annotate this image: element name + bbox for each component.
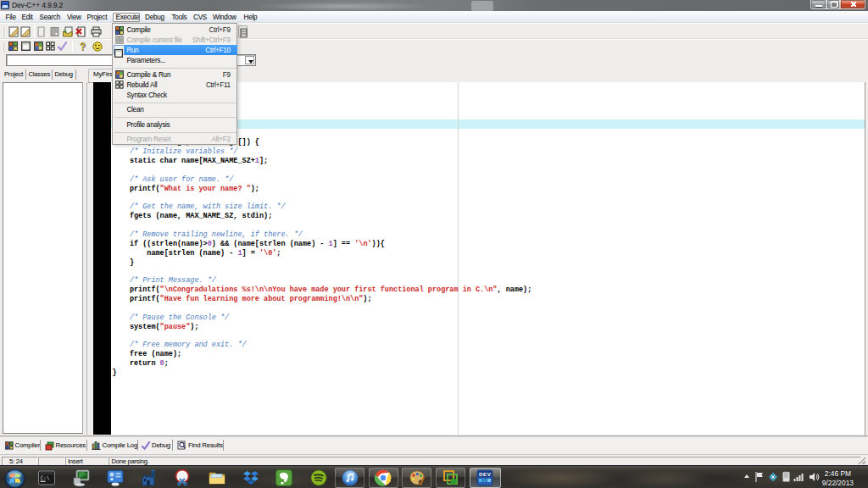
svg-text:C:\: C:\	[41, 474, 50, 480]
svg-text:DEV: DEV	[479, 471, 492, 477]
